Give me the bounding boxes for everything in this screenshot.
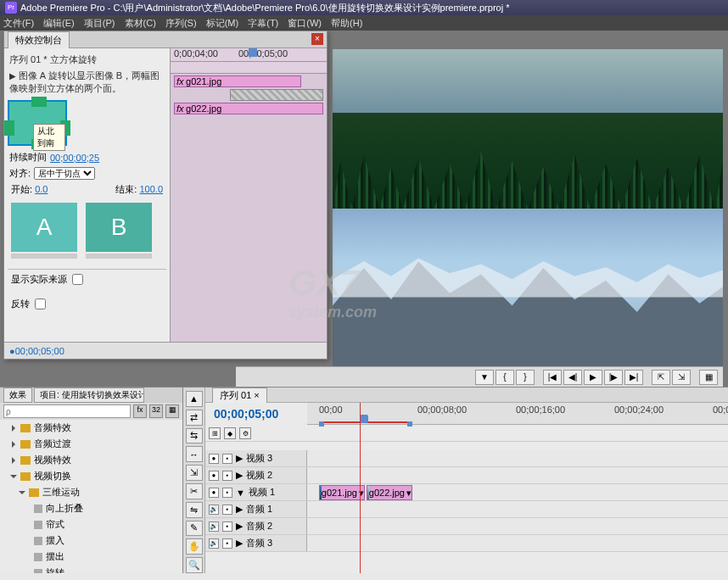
track-audio-3: 🔊▪▶音频 3 <box>205 535 728 552</box>
eye-icon[interactable]: ● <box>209 454 219 464</box>
preview-b: B <box>86 203 152 252</box>
mark-in-button[interactable]: { <box>496 370 514 385</box>
step-forward-button[interactable]: |▶ <box>604 370 623 385</box>
preview-a: A <box>11 203 77 252</box>
timeline-tab[interactable]: 序列 01 × <box>212 388 267 403</box>
tab-project[interactable]: 项目: 使用旋转切换效果设计实例prem <box>34 388 144 403</box>
start-label: 开始: 0.0 <box>11 183 48 196</box>
menu-marker[interactable]: 标记(M) <box>206 18 239 28</box>
mark-out-button[interactable]: } <box>516 370 535 385</box>
tab-effects[interactable]: 效果 <box>3 388 32 403</box>
rolling-edit-tool[interactable]: ↔ <box>186 446 203 462</box>
snap-icon[interactable]: ⊞ <box>209 427 221 439</box>
tree-audio-transitions[interactable]: 音频过渡 <box>0 436 182 452</box>
lock-icon[interactable]: ▪ <box>222 505 232 515</box>
fx-badge-icon[interactable]: fx <box>133 404 147 418</box>
playhead-line[interactable] <box>360 403 361 573</box>
current-timecode[interactable]: 00;00;05;00 <box>205 404 307 424</box>
timeline-ruler[interactable]: 00;00 00;00;08;00 00;00;16;00 00;00;24;0… <box>307 403 728 425</box>
menu-edit[interactable]: 编辑(E) <box>43 18 75 28</box>
footer-timecode[interactable]: 00;00;05;00 <box>15 346 64 356</box>
start-value[interactable]: 0.0 <box>35 184 48 194</box>
track-select-tool[interactable]: ⇄ <box>186 410 203 426</box>
close-button[interactable]: × <box>311 33 323 45</box>
effect-tab-bar: 特效控制台 × <box>4 31 327 48</box>
tree-video-transitions[interactable]: 视频切换 <box>0 468 182 484</box>
yuv-badge-icon[interactable]: ▦ <box>165 404 179 418</box>
clip-g022[interactable]: g022.jpg▾ <box>367 485 412 500</box>
timeline-playhead[interactable] <box>360 415 368 423</box>
track-label: 视频 3 <box>246 452 272 465</box>
selection-tool[interactable]: ▲ <box>186 391 203 407</box>
ripple-edit-tool[interactable]: ⇆ <box>186 428 203 444</box>
tree-3d-motion[interactable]: 三维运动 <box>0 484 182 500</box>
lock-icon[interactable]: ▪ <box>222 538 232 549</box>
in-marker[interactable] <box>319 421 324 427</box>
effects-search-input[interactable] <box>3 404 131 418</box>
tree-swing-out[interactable]: 摆出 <box>0 549 182 565</box>
effects-tree[interactable]: 音频特效 音频过渡 视频特效 视频切换 三维运动 向上折叠 帘式 摆入 摆出 旋… <box>0 420 182 573</box>
mini-ruler[interactable]: 0;00;04;00 00;00;05;00 <box>171 48 327 62</box>
lock-icon[interactable]: ▪ <box>222 454 232 464</box>
tree-video-effects[interactable]: 视频特效 <box>0 452 182 468</box>
lift-button[interactable]: ⇱ <box>652 370 670 385</box>
speaker-icon[interactable]: 🔊 <box>209 521 219 532</box>
mini-clip-b[interactable]: fx g022.jpg <box>174 103 323 114</box>
end-value[interactable]: 100.0 <box>139 184 163 194</box>
lock-icon[interactable]: ▪ <box>222 488 232 498</box>
mini-clip-a[interactable]: fx g021.jpg <box>174 75 301 87</box>
hand-tool[interactable]: ✋ <box>186 538 203 555</box>
extract-button[interactable]: ⇲ <box>672 370 691 385</box>
tree-curtain[interactable]: 帘式 <box>0 516 182 533</box>
export-frame-button[interactable]: ▦ <box>699 370 718 385</box>
play-button[interactable]: ▶ <box>584 370 602 385</box>
menu-clip[interactable]: 素材(C) <box>125 18 156 28</box>
effect-footer: ● 00;00;05;00 <box>4 342 327 359</box>
go-to-out-button[interactable]: ▶| <box>624 370 643 385</box>
speaker-icon[interactable]: 🔊 <box>209 505 219 515</box>
tree-fold-up[interactable]: 向上折叠 <box>0 500 182 516</box>
out-marker[interactable] <box>407 421 412 427</box>
menu-title[interactable]: 字幕(T) <box>248 18 278 28</box>
marker-icon[interactable]: ◆ <box>224 427 236 439</box>
tree-rotate[interactable]: 旋转 <box>0 565 182 573</box>
speaker-icon[interactable]: 🔊 <box>209 538 219 549</box>
duration-value[interactable]: 00;00;00;25 <box>50 153 99 163</box>
menu-project[interactable]: 项目(P) <box>84 18 115 28</box>
tree-audio-effects[interactable]: 音频特效 <box>0 420 182 436</box>
slider-a[interactable] <box>11 254 77 259</box>
pen-tool[interactable]: ✎ <box>186 521 203 537</box>
menu-sequence[interactable]: 序列(S) <box>165 18 197 28</box>
program-video[interactable] <box>333 49 723 382</box>
menu-window[interactable]: 窗口(W) <box>288 18 322 28</box>
mini-playhead[interactable] <box>249 48 257 57</box>
show-actual-checkbox[interactable] <box>72 274 83 285</box>
32bit-badge-icon[interactable]: 32 <box>149 404 163 418</box>
align-dropdown[interactable]: 居中于切点 <box>34 167 95 180</box>
lock-icon[interactable]: ▪ <box>222 521 232 532</box>
menu-file[interactable]: 文件(F) <box>3 18 34 28</box>
step-back-button[interactable]: ◀| <box>563 370 582 385</box>
zoom-tool[interactable]: 🔍 <box>186 557 203 573</box>
reverse-checkbox[interactable] <box>35 298 46 310</box>
go-to-in-button[interactable]: |◀ <box>543 370 562 385</box>
tab-effect-controls[interactable]: 特效控制台 <box>8 31 70 48</box>
settings-icon[interactable]: ⚙ <box>239 427 251 439</box>
eye-icon[interactable]: ● <box>209 471 219 481</box>
add-marker-button[interactable]: ▼ <box>475 370 494 385</box>
mini-transition-bar[interactable] <box>230 89 323 101</box>
tree-swing-in[interactable]: 摆入 <box>0 533 182 549</box>
slip-tool[interactable]: ⇋ <box>186 502 203 518</box>
track-video-3: ●▪▶视频 3 <box>205 450 728 467</box>
slider-b[interactable] <box>86 254 152 259</box>
track-video-2: ●▪▶视频 2 <box>205 467 728 484</box>
rate-stretch-tool[interactable]: ⇲ <box>186 465 203 481</box>
sequence-label: 序列 01 * 立方体旋转 <box>8 52 166 68</box>
clip-g021[interactable]: g021.jpg▾ <box>319 485 365 500</box>
lock-icon[interactable]: ▪ <box>222 471 232 481</box>
menu-help[interactable]: 帮助(H) <box>331 18 362 28</box>
razor-tool[interactable]: ✂ <box>186 483 203 499</box>
direction-selector[interactable]: 从北到南 <box>8 100 67 146</box>
effect-mini-timeline[interactable]: 0;00;04;00 00;00;05;00 fx g021.jpg fx g0… <box>171 48 327 342</box>
eye-icon[interactable]: ● <box>209 488 219 498</box>
